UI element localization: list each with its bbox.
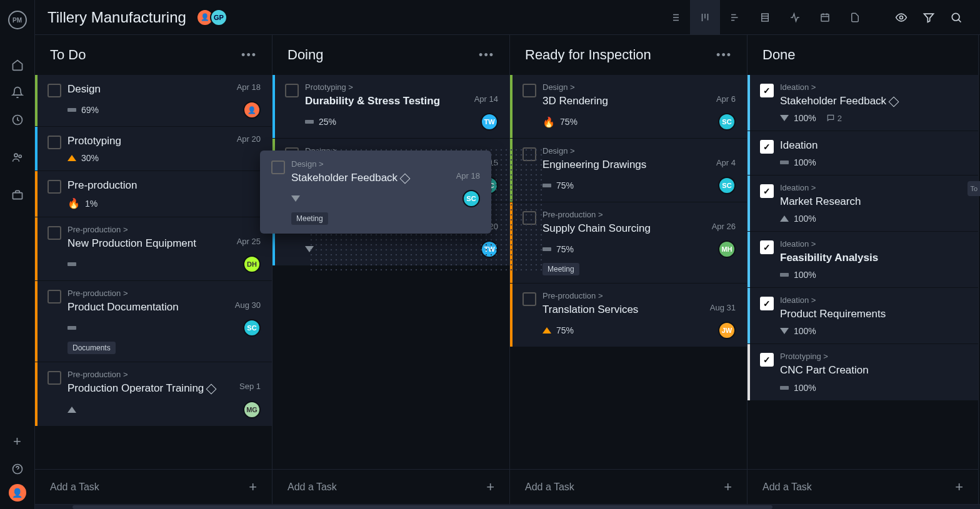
assignee-avatar[interactable]: JW (718, 322, 736, 339)
priority-up-icon (542, 327, 551, 334)
logo[interactable]: PM (5, 7, 30, 32)
task-card[interactable]: Ideation 100% (748, 131, 978, 175)
sidebar: PM + 👤 (0, 0, 35, 509)
task-card[interactable]: Pre-production > Translation Services Au… (510, 284, 747, 347)
priority-flame-icon: 🔥 (68, 197, 80, 209)
task-card[interactable]: Pre-production > Product Documentation A… (35, 281, 272, 362)
assignee-avatar[interactable]: SC (243, 319, 261, 337)
bell-icon[interactable] (5, 80, 30, 105)
board-view-icon[interactable] (690, 0, 720, 35)
search-icon[interactable] (945, 6, 968, 29)
add-task-button[interactable]: Add a Task+ (510, 469, 747, 504)
task-progress: 75% (556, 325, 574, 335)
column-menu-icon[interactable]: ••• (716, 49, 732, 62)
task-breadcrumb: Design > (542, 82, 736, 92)
task-checkbox[interactable] (48, 226, 61, 240)
task-card[interactable]: Design Apr 18 69% 👤 (35, 75, 272, 127)
task-date: Apr 20 (237, 134, 261, 144)
gantt-view-icon[interactable] (720, 0, 750, 35)
task-checkbox[interactable] (48, 136, 61, 149)
files-view-icon[interactable] (840, 0, 870, 35)
add-task-button[interactable]: Add a Task+ (748, 469, 978, 504)
calendar-view-icon[interactable] (810, 0, 840, 35)
task-card[interactable]: Ideation > Product Requirements 100% (748, 288, 978, 344)
task-checkbox[interactable] (760, 240, 774, 254)
plus-icon: + (249, 479, 257, 495)
priority-down-icon (780, 115, 789, 121)
task-card[interactable]: Pre-production 🔥 1% (35, 171, 272, 217)
task-date: Apr 4 (716, 158, 736, 167)
task-checkbox[interactable] (760, 353, 774, 367)
sheet-view-icon[interactable] (750, 0, 780, 35)
task-card[interactable]: Pre-production > New Production Equipmen… (35, 217, 272, 281)
clock-icon[interactable] (5, 107, 30, 132)
comments-count[interactable]: 2 (826, 114, 842, 123)
filter-icon[interactable] (918, 6, 940, 29)
assignee-avatar[interactable]: 👤 (243, 101, 261, 119)
task-card[interactable]: Ideation > Feasibility Analysis 100% (748, 232, 978, 288)
task-card[interactable]: Prototyping > Durability & Stress Testin… (272, 75, 509, 139)
task-checkbox[interactable] (48, 180, 61, 194)
task-checkbox[interactable] (760, 140, 774, 154)
assignee-avatar[interactable]: MH (718, 240, 736, 258)
task-progress: 75% (556, 244, 574, 254)
task-card[interactable]: Design > 3D Rendering Apr 6 🔥 75% SC (510, 75, 747, 139)
card-stripe (35, 171, 38, 217)
add-task-button[interactable]: Add a Task+ (35, 469, 272, 504)
activity-view-icon[interactable] (780, 0, 810, 35)
horizontal-scrollbar[interactable] (35, 504, 980, 509)
task-card[interactable]: Pre-production > Production Operator Tra… (35, 362, 272, 426)
user-avatar[interactable]: 👤 (9, 484, 26, 502)
assignee-avatar[interactable]: SC (718, 113, 736, 131)
task-checkbox[interactable] (48, 290, 61, 304)
task-checkbox[interactable] (760, 297, 774, 310)
dragging-card[interactable]: Design > Stakeholder Feedback Apr 18 SC … (260, 151, 491, 234)
task-checkbox[interactable] (760, 184, 774, 198)
task-title: New Production Equipment (68, 237, 196, 250)
card-stripe (35, 75, 38, 126)
task-breadcrumb: Ideation > (780, 295, 967, 305)
task-breadcrumb: Pre-production > (68, 370, 261, 379)
task-checkbox[interactable] (522, 84, 536, 97)
collapse-toggle[interactable]: To (968, 181, 980, 196)
help-icon[interactable] (5, 457, 30, 482)
assignee-avatar[interactable]: TW (481, 113, 498, 131)
task-checkbox[interactable] (522, 292, 536, 306)
task-breadcrumb: Prototyping > (780, 352, 967, 361)
list-view-icon[interactable] (660, 0, 690, 35)
add-task-button[interactable]: Add a Task+ (272, 469, 509, 504)
column-menu-icon[interactable]: ••• (241, 49, 257, 62)
task-checkbox[interactable] (48, 371, 61, 385)
task-title: Engineering Drawings (542, 158, 646, 172)
task-card[interactable]: Ideation > Market Research 100% (748, 175, 978, 232)
team-icon[interactable] (5, 145, 30, 170)
assignee-avatar[interactable]: SC (462, 190, 480, 207)
assignee-avatar[interactable]: SC (718, 177, 736, 194)
assignee-avatar[interactable]: MG (243, 401, 261, 418)
assignee-avatar[interactable]: DH (243, 255, 261, 273)
task-progress: 100% (794, 113, 816, 123)
eye-icon[interactable] (890, 6, 912, 29)
task-card[interactable]: Prototyping > CNC Part Creation 100% (748, 344, 978, 400)
add-icon[interactable]: + (5, 429, 30, 454)
task-checkbox[interactable] (48, 84, 61, 97)
task-breadcrumb: Prototyping > (305, 82, 498, 92)
priority-bar-icon (68, 108, 76, 112)
task-breadcrumb: Pre-production > (68, 225, 261, 234)
task-checkbox[interactable] (760, 84, 774, 97)
project-members[interactable]: 👤 GP (196, 9, 228, 26)
task-card[interactable]: Pre-production > Supply Chain Sourcing A… (510, 202, 747, 284)
task-card[interactable]: Ideation > Stakeholder Feedback 100% 2 (748, 75, 978, 131)
task-date: Apr 14 (474, 94, 498, 104)
briefcase-icon[interactable] (5, 182, 30, 207)
card-stripe (35, 127, 38, 170)
task-title: Stakeholder Feedback (780, 94, 898, 108)
column-menu-icon[interactable]: ••• (479, 49, 494, 62)
task-checkbox[interactable] (271, 161, 285, 174)
task-card[interactable]: Prototyping Apr 20 30% (35, 127, 272, 171)
task-checkbox[interactable] (285, 84, 299, 97)
kanban-board: To Do ••• Design Apr 18 69% 👤 (35, 35, 980, 504)
home-icon[interactable] (5, 52, 30, 77)
column-title: To Do (50, 47, 86, 63)
task-card[interactable]: Design > Engineering Drawings Apr 4 75% … (510, 139, 747, 202)
